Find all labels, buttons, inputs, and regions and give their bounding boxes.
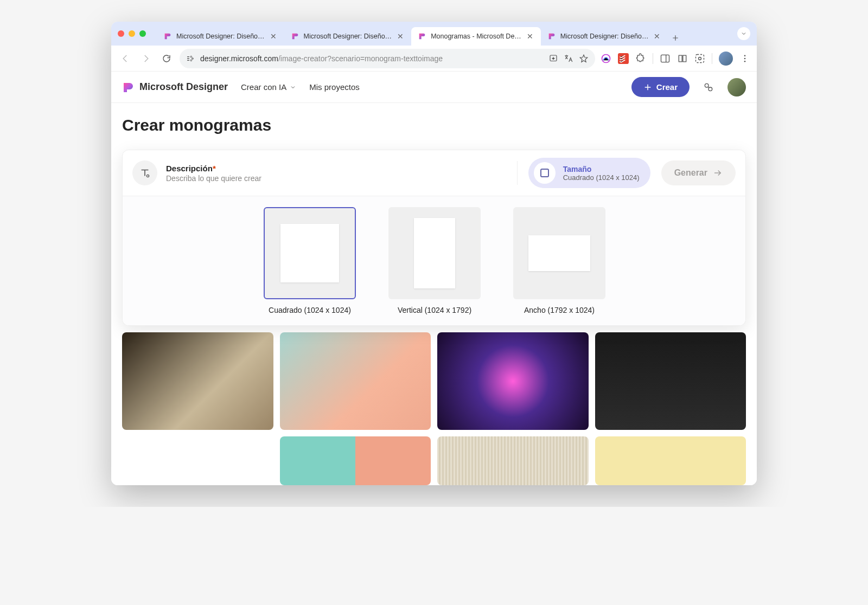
svg-point-14 xyxy=(744,60,746,62)
chevron-down-icon xyxy=(290,84,296,91)
example-tile[interactable] xyxy=(437,436,589,485)
window-controls xyxy=(118,30,146,37)
toolbar-divider xyxy=(653,53,653,64)
size-options-row: Cuadrado (1024 x 1024) Vertical (1024 x … xyxy=(123,196,745,325)
new-tab-button[interactable] xyxy=(668,30,683,46)
tab-title: Microsoft Designer: Diseño… xyxy=(560,33,649,40)
panel-divider xyxy=(517,161,518,185)
svg-rect-1 xyxy=(187,58,189,59)
size-option-wide[interactable]: Ancho (1792 x 1024) xyxy=(513,207,605,314)
nav-create-ai-label: Crear con IA xyxy=(241,82,286,92)
examples-gallery xyxy=(122,332,746,430)
generate-label: Generar xyxy=(674,168,707,178)
svg-point-15 xyxy=(705,83,709,87)
toolbar-divider xyxy=(712,53,712,64)
size-option-label: Ancho (1792 x 1024) xyxy=(524,306,595,314)
svg-rect-9 xyxy=(661,55,669,62)
help-feedback-icon[interactable] xyxy=(703,81,714,93)
close-icon[interactable]: ✕ xyxy=(653,32,661,41)
side-panel-icon[interactable] xyxy=(660,53,671,64)
user-avatar[interactable] xyxy=(727,78,746,96)
app-header: Microsoft Designer Crear con IA Mis proy… xyxy=(111,72,757,103)
ext-todoist-icon[interactable] xyxy=(618,53,629,64)
size-option-label: Cuadrado (1024 x 1024) xyxy=(269,306,351,314)
designer-favicon-icon xyxy=(418,32,426,41)
translate-icon[interactable] xyxy=(564,54,573,63)
nav-back-button[interactable] xyxy=(118,51,133,66)
window-maximize[interactable] xyxy=(139,30,146,37)
brand-logo[interactable]: Microsoft Designer xyxy=(122,81,228,94)
svg-point-3 xyxy=(190,56,192,57)
window-close[interactable] xyxy=(118,30,124,37)
extensions-puzzle-icon[interactable] xyxy=(635,53,646,64)
designer-logo-icon xyxy=(122,81,135,94)
generate-button[interactable]: Generar xyxy=(661,160,736,185)
tab-title: Microsoft Designer: Diseño… xyxy=(176,33,265,40)
tab-strip: Microsoft Designer: Diseño… ✕ Microsoft … xyxy=(157,22,733,46)
plus-icon xyxy=(643,83,652,92)
page-title: Crear monogramas xyxy=(122,116,746,134)
example-tile[interactable] xyxy=(595,332,746,430)
main-content: Crear monogramas Descripción* Describa l… xyxy=(111,103,757,485)
square-icon xyxy=(540,169,549,177)
window-minimize[interactable] xyxy=(129,30,135,37)
reading-list-icon[interactable] xyxy=(677,53,688,64)
svg-point-12 xyxy=(744,55,746,56)
ext-icon-1[interactable] xyxy=(601,53,611,64)
text-prompt-icon xyxy=(132,160,157,185)
create-button-label: Crear xyxy=(656,82,678,92)
close-icon[interactable]: ✕ xyxy=(269,32,278,41)
svg-point-5 xyxy=(190,60,192,61)
url-text: designer.microsoft.com/image-creator?sce… xyxy=(200,54,543,63)
close-icon[interactable]: ✕ xyxy=(396,32,405,41)
size-option-vertical[interactable]: Vertical (1024 x 1792) xyxy=(388,207,481,314)
nav-my-projects[interactable]: Mis proyectos xyxy=(309,82,360,92)
bookmark-star-icon[interactable] xyxy=(579,54,589,63)
kebab-icon xyxy=(740,54,750,63)
create-button[interactable]: Crear xyxy=(631,77,690,97)
size-option-square[interactable]: Cuadrado (1024 x 1024) xyxy=(264,207,356,314)
arrow-left-icon xyxy=(120,54,130,63)
designer-favicon-icon xyxy=(291,32,299,41)
tabs-overflow-button[interactable] xyxy=(737,27,750,40)
titlebar: Microsoft Designer: Diseño… ✕ Microsoft … xyxy=(111,22,757,46)
nav-forward-button[interactable] xyxy=(138,51,154,66)
tab-monograms-active[interactable]: Monogramas - Microsoft De… ✕ xyxy=(411,27,541,46)
extensions-area xyxy=(601,52,750,66)
chevron-down-icon xyxy=(741,30,747,37)
arrow-right-icon xyxy=(713,168,723,178)
svg-rect-10 xyxy=(696,54,704,62)
address-bar[interactable]: designer.microsoft.com/image-creator?sce… xyxy=(180,49,595,68)
browser-profile-avatar[interactable] xyxy=(719,52,733,66)
size-current-value: Cuadrado (1024 x 1024) xyxy=(563,173,640,182)
browser-toolbar: designer.microsoft.com/image-creator?sce… xyxy=(111,46,757,72)
description-field[interactable]: Descripción* Describa lo que quiere crea… xyxy=(132,160,506,185)
tab-title: Monogramas - Microsoft De… xyxy=(431,33,521,40)
designer-favicon-icon xyxy=(163,32,172,41)
nav-create-with-ai[interactable]: Crear con IA xyxy=(241,82,296,92)
site-settings-icon[interactable] xyxy=(186,54,195,63)
close-icon[interactable]: ✕ xyxy=(526,32,534,41)
svg-rect-2 xyxy=(187,60,189,60)
svg-point-11 xyxy=(699,57,701,60)
reload-button[interactable] xyxy=(159,51,174,66)
example-tile[interactable] xyxy=(122,332,273,430)
example-tile[interactable] xyxy=(280,436,431,485)
size-label: Tamaño xyxy=(563,165,640,173)
lens-icon[interactable] xyxy=(694,53,705,64)
brand-name: Microsoft Designer xyxy=(139,81,228,93)
install-app-icon[interactable] xyxy=(548,54,558,63)
example-tile[interactable] xyxy=(437,332,589,430)
size-selector-chip[interactable]: Tamaño Cuadrado (1024 x 1024) xyxy=(528,158,650,188)
example-tile[interactable] xyxy=(122,436,273,485)
example-tile[interactable] xyxy=(280,332,431,430)
panel-top-row: Descripción* Describa lo que quiere crea… xyxy=(123,150,745,196)
tab-designer-1[interactable]: Microsoft Designer: Diseño… ✕ xyxy=(157,27,284,46)
description-label: Descripción* xyxy=(166,164,261,173)
browser-menu-button[interactable] xyxy=(739,53,750,64)
svg-rect-0 xyxy=(187,56,189,57)
tab-designer-2[interactable]: Microsoft Designer: Diseño… ✕ xyxy=(284,27,412,46)
tab-designer-4[interactable]: Microsoft Designer: Diseño… ✕ xyxy=(541,27,668,46)
nav-projects-label: Mis proyectos xyxy=(309,82,360,92)
example-tile[interactable] xyxy=(595,436,746,485)
